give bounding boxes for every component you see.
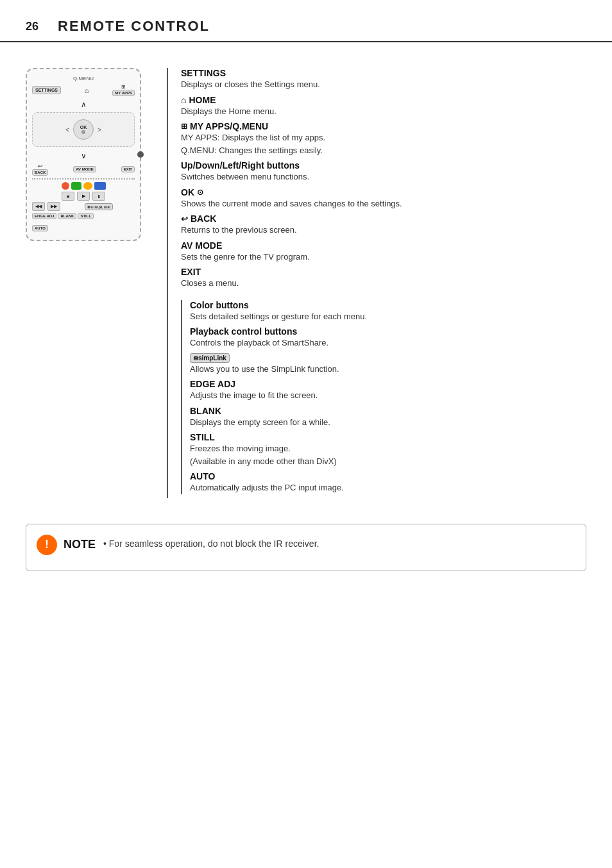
remote-illustration-col: Q.MENU SETTINGS ⌂ ⊞ MY APPS ∧ < OK [26, 68, 167, 498]
desc-group-1: SETTINGS Displays or closes the Settings… [181, 68, 586, 290]
note-bullet-dot: • [103, 538, 109, 549]
exit-button[interactable]: EXIT [121, 166, 135, 172]
color-buttons-row [32, 182, 135, 190]
desc-def-auto: Automatically adjusts the PC input image… [190, 481, 586, 494]
remote-top-row: SETTINGS ⌂ ⊞ MY APPS [32, 84, 135, 96]
desc-term-exit: EXIT [181, 267, 586, 277]
desc-term-simplink: ⊛simpLink [190, 353, 586, 363]
rewind-button[interactable]: ◀◀ [32, 202, 45, 211]
desc-term-home: ⌂ HOME [181, 95, 586, 105]
desc-def-home: Displays the Home menu. [181, 105, 586, 118]
nav-section: < OK > [32, 112, 135, 147]
back-button[interactable]: BACK [32, 169, 48, 176]
desc-term-settings: SETTINGS [181, 68, 586, 78]
blue-button[interactable] [94, 182, 106, 190]
pause-button[interactable]: ⏸ [92, 192, 105, 201]
red-button[interactable] [62, 182, 69, 190]
auto-button[interactable]: AUTO [32, 225, 48, 231]
back-avmode-exit-row: ↩ BACK AV MODE EXIT [32, 163, 135, 176]
page-title: REMOTE CONTROL [58, 18, 210, 35]
ok-circle-icon: ⊙ [197, 188, 203, 197]
desc-simplink: ⊛simpLink Allows you to use the SimpLink… [190, 353, 586, 376]
desc-def-playback: Controls the playback of SmartShare. [190, 337, 586, 349]
home-icon-desc: ⌂ [181, 95, 186, 105]
desc-group-2: Color buttons Sets detailed settings or … [181, 300, 586, 494]
right-arrow-button[interactable]: > [98, 126, 101, 133]
ok-button[interactable]: OK [73, 119, 94, 140]
still-button[interactable]: STILL [78, 213, 94, 219]
my-apps-button[interactable]: MY APPS [112, 90, 135, 96]
qmenu-label: Q.MENU [32, 76, 135, 81]
desc-exit: EXIT Closes a menu. [181, 267, 586, 290]
desc-term-ok: OK ⊙ [181, 187, 586, 197]
desc-avmode: AV MODE Sets the genre for the TV progra… [181, 240, 586, 263]
green-button[interactable] [71, 182, 81, 190]
stop-button[interactable]: ■ [62, 192, 74, 201]
desc-term-auto: AUTO [190, 471, 586, 481]
desc-term-still: STILL [190, 432, 586, 442]
yellow-button[interactable] [83, 182, 92, 190]
desc-playback: Playback control buttons Controls the pl… [190, 326, 586, 349]
desc-still: STILL Freezes the moving image.(Availabl… [190, 432, 586, 467]
desc-def-arrows: Switches between menu functions. [181, 171, 586, 183]
desc-edgeadj: EDGE ADJ Adjusts the image to fit the sc… [190, 379, 586, 402]
left-arrow-button[interactable]: < [65, 126, 69, 133]
desc-term-myapps: ⊞ MY APPS/Q.MENU [181, 121, 586, 131]
simplink-icon-desc: ⊛simpLink [190, 353, 230, 363]
desc-def-myapps: MY APPS: Displays the list of my apps. Q… [181, 131, 586, 156]
desc-home: ⌂ HOME Displays the Home menu. [181, 95, 586, 118]
desc-settings: SETTINGS Displays or closes the Settings… [181, 68, 586, 91]
descriptions-panel: SETTINGS Displays or closes the Settings… [167, 68, 586, 498]
desc-def-avmode: Sets the genre for the TV program. [181, 251, 586, 263]
desc-term-avmode: AV MODE [181, 240, 586, 251]
playback-row-2: ◀◀ ▶▶ ⊛simpLink [32, 202, 135, 212]
simplink-button[interactable]: ⊛simpLink [85, 203, 113, 210]
desc-ok: OK ⊙ Shows the current mode and saves ch… [181, 187, 586, 210]
up-arrow-area: ∧ [32, 98, 135, 110]
back-icon-desc: ↩ [181, 214, 188, 224]
desc-def-exit: Closes a menu. [181, 277, 586, 290]
down-arrow-area: ∨ [32, 149, 135, 161]
desc-def-still: Freezes the moving image.(Available in a… [190, 442, 586, 467]
bottom-row-1: EDGE ADJ BLANK STILL [32, 213, 135, 219]
nav-center: < OK > [37, 119, 130, 140]
av-mode-button[interactable]: AV MODE [73, 166, 96, 172]
settings-button[interactable]: SETTINGS [32, 86, 61, 94]
playback-row-1: ■ ▶ ⏸ [32, 192, 135, 201]
play-button[interactable]: ▶ [77, 192, 90, 201]
desc-def-edgeadj: Adjusts the image to fit the screen. [190, 389, 586, 402]
desc-term-color: Color buttons [190, 300, 586, 310]
desc-term-arrows: Up/Down/Left/Right buttons [181, 160, 586, 171]
desc-def-blank: Displays the empty screen for a while. [190, 416, 586, 429]
apps-icon-remote: ⊞ [121, 84, 126, 90]
page-header: 26 REMOTE CONTROL [0, 0, 612, 42]
desc-back: ↩ BACK Returns to the previous screen. [181, 213, 586, 237]
note-header: ! NOTE [37, 535, 96, 555]
separator-1 [32, 178, 135, 179]
note-bullet-text: For seamless operation, do not block the… [109, 538, 319, 549]
blank-button[interactable]: BLANK [58, 213, 76, 219]
desc-color: Color buttons Sets detailed settings or … [190, 300, 586, 323]
note-icon: ! [37, 535, 57, 555]
desc-def-color: Sets detailed settings or gesture for ea… [190, 310, 586, 323]
desc-term-blank: BLANK [190, 406, 586, 416]
desc-def-back: Returns to the previous screen. [181, 224, 586, 237]
note-label: NOTE [64, 538, 96, 551]
connector-dot [137, 151, 144, 158]
desc-auto: AUTO Automatically adjusts the PC input … [190, 471, 586, 494]
desc-def-ok: Shows the current mode and saves changes… [181, 197, 586, 210]
desc-arrows: Up/Down/Left/Right buttons Switches betw… [181, 160, 586, 183]
remote-body: Q.MENU SETTINGS ⌂ ⊞ MY APPS ∧ < OK [26, 68, 141, 241]
back-icon-remote: ↩ [38, 163, 43, 169]
desc-blank: BLANK Displays the empty screen for a wh… [190, 406, 586, 429]
note-section: ! NOTE • For seamless operation, do not … [26, 524, 586, 571]
desc-def-settings: Displays or closes the Settings menu. [181, 78, 586, 91]
main-content: Q.MENU SETTINGS ⌂ ⊞ MY APPS ∧ < OK [0, 62, 612, 505]
edge-adj-button[interactable]: EDGE ADJ [32, 213, 56, 219]
note-content: • For seamless operation, do not block t… [103, 535, 573, 549]
ok-dot [81, 130, 85, 134]
desc-myapps: ⊞ MY APPS/Q.MENU MY APPS: Displays the l… [181, 121, 586, 156]
apps-icon-desc: ⊞ [181, 122, 187, 131]
home-icon-remote: ⌂ [85, 87, 89, 94]
forward-button[interactable]: ▶▶ [47, 202, 60, 211]
